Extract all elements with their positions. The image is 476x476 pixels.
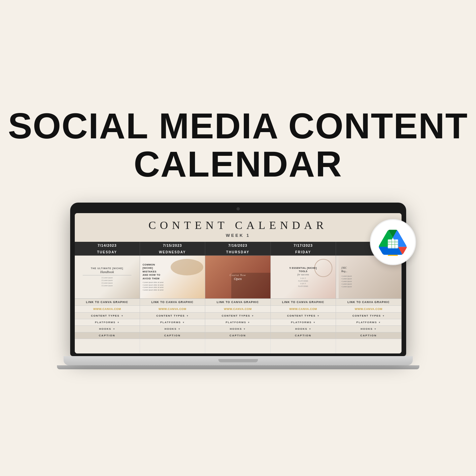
laptop-screen: CONTENT CALENDAR WEEK 1 7/14/2023 7/15/2… bbox=[70, 203, 406, 356]
link-url-2[interactable]: WWW.CANVA.COM bbox=[140, 306, 205, 313]
calendar-table: 7/14/2023 7/15/2023 7/16/2023 7/17/2023 … bbox=[75, 242, 402, 353]
link-url-5[interactable]: WWW.CANVA.COM bbox=[336, 306, 401, 313]
spreadsheet: CONTENT CALENDAR WEEK 1 7/14/2023 7/15/2… bbox=[75, 213, 402, 353]
hooks-4[interactable]: HOOKS ▾ bbox=[270, 326, 336, 332]
platforms-4[interactable]: PLATFORMS ▾ bbox=[270, 319, 336, 326]
platforms-1[interactable]: PLATFORMS ▾ bbox=[75, 319, 140, 326]
date-col-4: 7/17/2023 bbox=[270, 242, 336, 249]
post-preview-1: THE ULTIMATE [NICHE] Handbook ☑ Lorem ip… bbox=[75, 256, 140, 298]
empty-row-1 bbox=[75, 339, 402, 346]
caption-4[interactable]: CAPTION bbox=[270, 332, 336, 339]
preview-cell-3: Course Now Open bbox=[205, 256, 270, 299]
empty-row-2 bbox=[75, 346, 402, 353]
link-url-3[interactable]: WWW.CANVA.COM bbox=[205, 306, 270, 313]
day-row: TUESDAY WEDNESDAY THURSDAY FRIDAY bbox=[75, 249, 402, 256]
date-row: 7/14/2023 7/15/2023 7/16/2023 7/17/2023 bbox=[75, 242, 402, 249]
day-col-4: FRIDAY bbox=[270, 249, 336, 256]
spreadsheet-week: WEEK 1 bbox=[78, 233, 398, 238]
laptop-base bbox=[64, 356, 413, 365]
day-col-1: TUESDAY bbox=[75, 249, 140, 256]
link-label-4: LINK TO CANVA GRAPHIC bbox=[270, 299, 336, 306]
content-type-row: CONTENT TYPES ▾ CONTENT TYPES ▾ CONTENT … bbox=[75, 313, 402, 319]
caption-5[interactable]: CAPTION bbox=[336, 332, 401, 339]
google-sheets-icon bbox=[379, 228, 407, 256]
hooks-1[interactable]: HOOKS ▾ bbox=[75, 326, 140, 332]
preview-cell-1: THE ULTIMATE [NICHE] Handbook ☑ Lorem ip… bbox=[75, 256, 140, 299]
hooks-3[interactable]: HOOKS ▾ bbox=[205, 326, 270, 332]
day-col-2: WEDNESDAY bbox=[140, 249, 205, 256]
content-type-5[interactable]: CONTENT TYPES ▾ bbox=[336, 313, 401, 319]
laptop-foot bbox=[57, 365, 419, 369]
main-title: SOCIAL MEDIA CONTENT CALENDAR bbox=[8, 107, 468, 183]
laptop-mockup: CONTENT CALENDAR WEEK 1 7/14/2023 7/15/2… bbox=[64, 203, 413, 369]
post-preview-4: 5 ESSENTIAL [NICHE] TOOLS for success 5 … bbox=[271, 256, 336, 298]
content-type-3[interactable]: CONTENT TYPES ▾ bbox=[205, 313, 270, 319]
link-label-1: LINK TO CANVA GRAPHIC bbox=[75, 299, 140, 306]
svg-rect-0 bbox=[388, 239, 398, 248]
google-sheets-badge bbox=[370, 219, 416, 265]
caption-2[interactable]: CAPTION bbox=[140, 332, 205, 339]
content-type-4[interactable]: CONTENT TYPES ▾ bbox=[270, 313, 336, 319]
link-label-3: LINK TO CANVA GRAPHIC bbox=[205, 299, 270, 306]
day-col-3: THURSDAY bbox=[205, 249, 270, 256]
platforms-row: PLATFORMS ▾ PLATFORMS ▾ PLATFORMS ▾ PLAT… bbox=[75, 319, 402, 326]
caption-row: CAPTION CAPTION CAPTION CAPTION CAPTION bbox=[75, 332, 402, 339]
content-type-1[interactable]: CONTENT TYPES ▾ bbox=[75, 313, 140, 319]
link-url-4[interactable]: WWW.CANVA.COM bbox=[270, 306, 336, 313]
date-col-2: 7/15/2023 bbox=[140, 242, 205, 249]
laptop-camera bbox=[237, 207, 240, 210]
image-row: THE ULTIMATE [NICHE] Handbook ☑ Lorem ip… bbox=[75, 256, 402, 299]
date-col-1: 7/14/2023 bbox=[75, 242, 140, 249]
platforms-2[interactable]: PLATFORMS ▾ bbox=[140, 319, 205, 326]
spreadsheet-header: CONTENT CALENDAR WEEK 1 bbox=[75, 213, 402, 242]
preview-cell-2: COMMON[NICHE]MISTAKESAND HOW TOAVOID THE… bbox=[140, 256, 205, 299]
link-label-5: LINK TO CANVA GRAPHIC bbox=[336, 299, 401, 306]
content-type-2[interactable]: CONTENT TYPES ▾ bbox=[140, 313, 205, 319]
link-url-row: WWW.CANVA.COM WWW.CANVA.COM WWW.CANVA.CO… bbox=[75, 306, 402, 313]
platforms-3[interactable]: PLATFORMS ▾ bbox=[205, 319, 270, 326]
caption-1[interactable]: CAPTION bbox=[75, 332, 140, 339]
page-wrapper: SOCIAL MEDIA CONTENT CALENDAR CONTENT CA… bbox=[0, 0, 476, 476]
link-label-2: LINK TO CANVA GRAPHIC bbox=[140, 299, 205, 306]
platforms-5[interactable]: PLATFORMS ▾ bbox=[336, 319, 401, 326]
spreadsheet-title: CONTENT CALENDAR bbox=[78, 219, 398, 232]
link-url-1[interactable]: WWW.CANVA.COM bbox=[75, 306, 140, 313]
post-preview-3: Course Now Open bbox=[205, 256, 270, 298]
hooks-row: HOOKS ▾ HOOKS ▾ HOOKS ▾ HOOKS ▾ HOOKS ▾ bbox=[75, 326, 402, 332]
spreadsheet-screen: CONTENT CALENDAR WEEK 1 7/14/2023 7/15/2… bbox=[75, 213, 402, 353]
hooks-2[interactable]: HOOKS ▾ bbox=[140, 326, 205, 332]
hooks-5[interactable]: HOOKS ▾ bbox=[336, 326, 401, 332]
post-preview-2: COMMON[NICHE]MISTAKESAND HOW TOAVOID THE… bbox=[140, 256, 205, 298]
preview-cell-4: 5 ESSENTIAL [NICHE] TOOLS for success 5 … bbox=[270, 256, 336, 299]
date-col-3: 7/16/2023 bbox=[205, 242, 270, 249]
laptop-notch bbox=[218, 359, 258, 362]
link-label-row: LINK TO CANVA GRAPHIC LINK TO CANVA GRAP… bbox=[75, 299, 402, 306]
caption-3[interactable]: CAPTION bbox=[205, 332, 270, 339]
